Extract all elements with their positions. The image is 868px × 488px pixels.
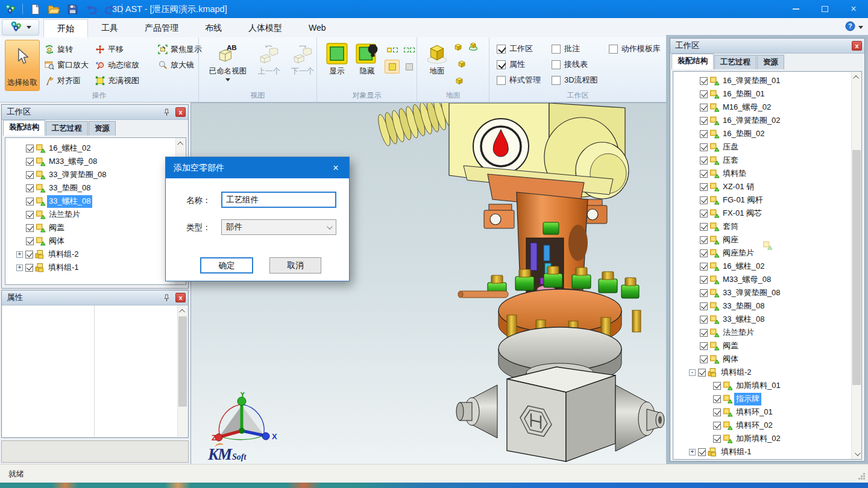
app-menu-button[interactable] bbox=[2, 19, 39, 36]
tree-item[interactable]: M33_螺母_08 bbox=[5, 155, 186, 168]
scroll-thumb[interactable] bbox=[178, 316, 187, 407]
tree-item[interactable]: 套筒 bbox=[673, 220, 861, 233]
toggle-批注[interactable]: 批注 bbox=[552, 43, 598, 54]
tree-item-checkbox[interactable] bbox=[700, 143, 708, 151]
tree-item-checkbox[interactable] bbox=[700, 104, 708, 111]
tree-item-checkbox[interactable] bbox=[700, 223, 708, 231]
tree-item-checkbox[interactable] bbox=[25, 251, 33, 258]
tab-开始[interactable]: 开始 bbox=[43, 19, 88, 37]
expander-icon[interactable]: + bbox=[689, 449, 696, 455]
tree-item[interactable]: 指示牌 bbox=[673, 392, 861, 405]
tree-item-checkbox[interactable] bbox=[26, 158, 34, 166]
tree-item[interactable]: 33_弹簧垫圈_08 bbox=[673, 286, 861, 299]
tree-item-checkbox[interactable] bbox=[700, 302, 708, 310]
scroll-up-button[interactable] bbox=[852, 72, 861, 82]
maximize-button[interactable] bbox=[810, 0, 839, 18]
tree-item[interactable]: 加斯填料_02 bbox=[673, 432, 861, 445]
ribbon-button-ground-small-1[interactable] bbox=[453, 42, 463, 54]
tree-item-checkbox[interactable] bbox=[698, 448, 706, 456]
tab-Web[interactable]: Web bbox=[295, 19, 339, 37]
tree-item-checkbox[interactable] bbox=[698, 369, 706, 377]
scrollbar-vertical[interactable] bbox=[177, 305, 187, 437]
tree-item[interactable]: 33_垫圈_08 bbox=[673, 299, 861, 313]
tree-item-checkbox[interactable] bbox=[700, 130, 708, 138]
tree-item-checkbox[interactable] bbox=[26, 237, 34, 245]
ribbon-button-display-mode-b[interactable] bbox=[401, 43, 417, 57]
tree-item[interactable]: 16_螺柱_02 bbox=[673, 260, 861, 273]
ribbon-button-display-mode-d[interactable] bbox=[401, 60, 417, 74]
dialog-title-bar[interactable]: 添加空零部件 × bbox=[166, 157, 349, 178]
tree-item-checkbox[interactable] bbox=[700, 90, 708, 98]
select-pick-button[interactable]: 选择拾取 bbox=[5, 40, 40, 91]
close-button[interactable]: × bbox=[839, 0, 868, 18]
tree-item[interactable]: 16_垫圈_01 bbox=[673, 87, 861, 101]
qat-open-folder-button[interactable] bbox=[46, 2, 61, 16]
tree-item[interactable]: M33_螺母_08 bbox=[673, 273, 861, 286]
tree-item[interactable]: 33_螺柱_08 bbox=[5, 195, 186, 208]
toggle-样式管理[interactable]: 样式管理 bbox=[497, 75, 541, 86]
ribbon-button-prev-view[interactable]: 上一个 bbox=[252, 40, 286, 77]
tree-item-checkbox[interactable] bbox=[700, 276, 708, 284]
toggle-属性[interactable]: 属性 bbox=[497, 59, 541, 70]
minimize-button[interactable] bbox=[781, 0, 810, 18]
tree-item[interactable]: 填料环_02 bbox=[673, 419, 861, 432]
tree-item-checkbox[interactable] bbox=[700, 77, 708, 85]
tree-item[interactable]: 阀盖 bbox=[5, 221, 186, 234]
scroll-thumb[interactable] bbox=[852, 150, 861, 385]
cancel-button[interactable]: 取消 bbox=[269, 257, 321, 274]
tree-item[interactable]: 阀体 bbox=[5, 234, 186, 248]
tree-item-checkbox[interactable] bbox=[700, 196, 708, 204]
tab-工艺过程[interactable]: 工艺过程 bbox=[46, 121, 88, 136]
scroll-down-button[interactable] bbox=[852, 449, 861, 458]
tree-item[interactable]: 33_螺柱_08 bbox=[673, 313, 861, 326]
tree-item-checkbox[interactable] bbox=[700, 236, 708, 244]
type-select[interactable]: 部件 bbox=[221, 219, 336, 235]
ribbon-button-ground-small-4[interactable] bbox=[454, 76, 464, 88]
scroll-up-button[interactable] bbox=[176, 139, 186, 148]
name-input[interactable] bbox=[221, 192, 336, 208]
resize-grip[interactable] bbox=[858, 472, 866, 480]
expander-icon[interactable]: + bbox=[16, 264, 23, 271]
tab-布线[interactable]: 布线 bbox=[192, 19, 235, 37]
tree-item-checkbox[interactable] bbox=[700, 157, 708, 164]
ribbon-button-window-zoom[interactable]: 窗口放大 bbox=[43, 58, 94, 72]
tree-item-checkbox[interactable] bbox=[700, 355, 708, 363]
tree-item[interactable]: 阀体 bbox=[673, 352, 861, 366]
tree-item-checkbox[interactable] bbox=[700, 210, 708, 217]
panel-close-button[interactable]: x bbox=[852, 41, 862, 51]
tab-资源[interactable]: 资源 bbox=[757, 55, 784, 69]
tree-item-checkbox[interactable] bbox=[26, 198, 34, 205]
tree-item[interactable]: 33_弹簧垫圈_08 bbox=[5, 168, 186, 181]
tree-item-checkbox[interactable] bbox=[26, 211, 34, 219]
tree-item-checkbox[interactable] bbox=[26, 171, 34, 179]
tree-item[interactable]: FG-01 阀杆 bbox=[673, 193, 861, 207]
ribbon-button-named-view[interactable]: AB已命名视图 bbox=[204, 40, 252, 84]
tree-item-checkbox[interactable] bbox=[700, 316, 708, 324]
tree-item[interactable]: +填料组-1 bbox=[5, 261, 186, 274]
tree-item[interactable]: M16_螺母_02 bbox=[673, 101, 861, 114]
tab-资源[interactable]: 资源 bbox=[89, 121, 116, 136]
tree-item[interactable]: 填料环_01 bbox=[673, 405, 861, 419]
tree-item-checkbox[interactable] bbox=[700, 117, 708, 125]
dialog-close-button[interactable]: × bbox=[322, 157, 349, 178]
toggle-工作区[interactable]: 工作区 bbox=[497, 43, 541, 54]
tree-item-checkbox[interactable] bbox=[713, 395, 721, 403]
tree-item-checkbox[interactable] bbox=[700, 183, 708, 191]
qat-new-document-button[interactable] bbox=[27, 2, 43, 16]
tree-item-checkbox[interactable] bbox=[700, 263, 708, 271]
tree-item[interactable]: 填料垫 bbox=[673, 167, 861, 180]
tree-item[interactable]: XZ-01 销 bbox=[673, 180, 861, 193]
tree-item-checkbox[interactable] bbox=[713, 422, 721, 430]
ok-button[interactable]: 确定 bbox=[200, 257, 253, 274]
toggle-3D流程图[interactable]: 3D流程图 bbox=[552, 75, 598, 86]
ribbon-button-show[interactable]: 显示 bbox=[322, 40, 352, 77]
expander-icon[interactable]: + bbox=[16, 251, 23, 258]
tree-item[interactable]: 33_垫圈_08 bbox=[5, 181, 186, 195]
ribbon-button-fit-view[interactable]: 充满视图 bbox=[94, 74, 157, 87]
tab-装配结构[interactable]: 装配结构 bbox=[671, 54, 714, 69]
tree-item-checkbox[interactable] bbox=[700, 329, 708, 337]
ribbon-button-pan[interactable]: 平移 bbox=[94, 43, 157, 56]
ribbon-button-align-face[interactable]: 对齐面 bbox=[43, 74, 94, 87]
pin-button[interactable] bbox=[162, 293, 171, 302]
ribbon-button-hide[interactable]: 隐藏 bbox=[352, 40, 382, 77]
